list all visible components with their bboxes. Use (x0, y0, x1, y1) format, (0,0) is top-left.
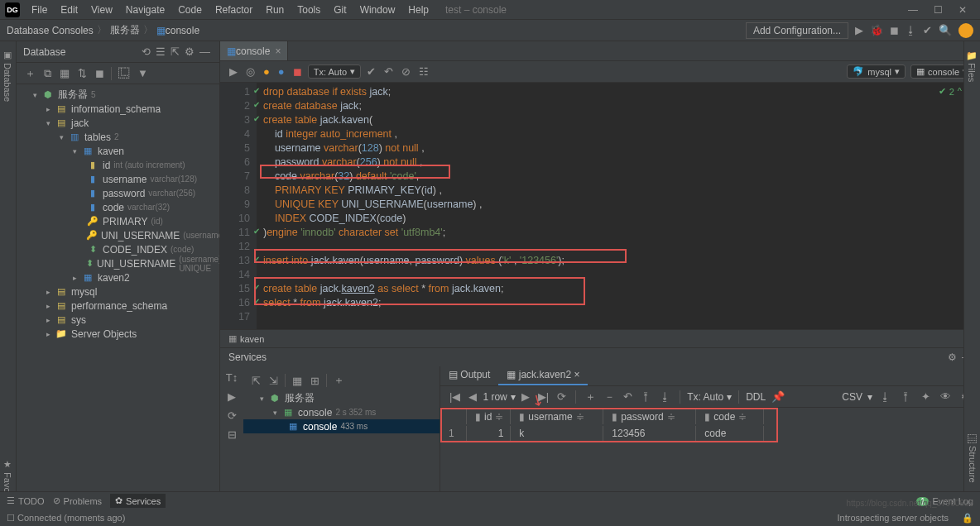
prev-icon[interactable]: ◀ (468, 390, 477, 403)
import-icon[interactable]: ⭱ (901, 390, 911, 403)
menu-navigate[interactable]: Navigate (119, 4, 171, 16)
rollback-icon[interactable]: ↶ (384, 65, 393, 78)
commit-icon[interactable]: ⭱ (641, 390, 651, 403)
run-icon[interactable]: ▶ (855, 24, 863, 36)
sync-icon[interactable]: ⇅ (78, 67, 87, 79)
menu-window[interactable]: Window (353, 4, 402, 16)
csv-select[interactable]: CSV (842, 391, 862, 403)
add-configuration-button[interactable]: Add Configuration... (746, 22, 848, 39)
files-tool-tab[interactable]: 📁 Files (967, 50, 978, 82)
code-line[interactable]: drop database if exists jack; (263, 86, 973, 100)
execute-plan-icon[interactable]: ● (263, 65, 270, 78)
svc-console-sub[interactable]: console (303, 421, 337, 433)
filter-list-icon[interactable]: ☰ (156, 45, 166, 58)
open-console-icon[interactable]: ▦ (60, 67, 70, 79)
tx-icon[interactable]: T↕ (226, 371, 238, 384)
add-row-icon[interactable]: ＋ (585, 390, 596, 404)
execute-icon[interactable]: ▶ (229, 65, 238, 78)
search-icon[interactable]: 🔍 (939, 24, 952, 36)
menu-run[interactable]: Run (259, 4, 291, 16)
tree-column[interactable]: code (103, 202, 124, 213)
tree-server[interactable]: 服务器 (58, 88, 88, 102)
tree-server-objects[interactable]: Server Objects (71, 328, 137, 340)
svc-console[interactable]: console (298, 407, 332, 418)
maximize-icon[interactable]: ☐ (925, 4, 950, 16)
first-icon[interactable]: |◀ (449, 390, 460, 403)
tree-table-kaven2[interactable]: kaven2 (98, 272, 130, 284)
commit-icon[interactable]: ✔ (367, 65, 376, 78)
tree-tables[interactable]: tables (84, 132, 111, 143)
diagram-icon[interactable]: ⿺ (118, 67, 129, 79)
revert-icon[interactable]: ↶ (623, 390, 632, 403)
code-line[interactable]: INDEX CODE_INDEX(code) (263, 213, 973, 227)
svc-server[interactable]: 服务器 (285, 391, 315, 405)
code-line[interactable] (263, 311, 973, 325)
execute-cursor-icon[interactable]: ● (278, 65, 285, 78)
refresh-icon[interactable]: ⟲ (142, 45, 151, 58)
tree-schema[interactable]: mysql (71, 286, 97, 298)
reload-icon[interactable]: ⟳ (557, 390, 566, 403)
code-line[interactable] (263, 241, 973, 255)
delete-row-icon[interactable]: － (604, 390, 615, 404)
code-line[interactable]: create database jack; (263, 100, 973, 114)
execute-explain-icon[interactable]: ◎ (246, 65, 255, 78)
avatar-icon[interactable] (958, 23, 973, 38)
code-line[interactable] (263, 269, 973, 283)
datasource-select[interactable]: 🐬 mysql ▾ (847, 65, 906, 79)
code-line[interactable]: insert into jack.kaven(username, passwor… (263, 255, 973, 269)
tx-mode-select[interactable]: Tx: Auto ▾ (308, 65, 361, 79)
code-line[interactable]: select * from jack.kaven2; (263, 297, 973, 311)
tree-schema[interactable]: information_schema (71, 103, 161, 115)
breadcrumb-item[interactable]: 服务器 (110, 23, 140, 37)
next-icon[interactable]: ▶ (521, 390, 530, 403)
database-tool-tab[interactable]: ▣ Database (2, 50, 13, 102)
database-tree[interactable]: ▾⬢服务器5 ▸▤information_schema ▾▤jack ▾▥tab… (17, 84, 219, 509)
result-table[interactable]: ▮id≑ ▮username≑ ▮password≑ ▮code≑ 1 1 k … (440, 408, 766, 442)
collapse-icon[interactable]: ⇲ (269, 375, 278, 387)
settings-icon[interactable]: ☷ (419, 65, 429, 78)
code-line[interactable]: id integer auto_increment , (263, 128, 973, 142)
tab-output[interactable]: ▤ Output (440, 366, 498, 385)
layout-icon[interactable]: ▦ (292, 375, 302, 387)
breadcrumb-item[interactable]: Database Consoles (7, 25, 94, 36)
editor-breadcrumb[interactable]: ▦kaven (220, 329, 980, 347)
jump-to-icon[interactable]: ⇱ (171, 45, 180, 58)
export-icon[interactable]: ⭳ (880, 390, 891, 403)
stop-icon[interactable]: ◼ (95, 67, 104, 79)
tab-close-icon[interactable]: × (275, 45, 281, 57)
tree-schema[interactable]: performance_schema (71, 300, 167, 312)
menu-view[interactable]: View (84, 4, 119, 16)
add-icon[interactable]: ＋ (334, 373, 344, 388)
menu-file[interactable]: File (25, 4, 54, 16)
restart-icon[interactable]: ⟳ (228, 409, 237, 422)
tree-key[interactable]: PRIMARY (103, 216, 147, 227)
git-commit-icon[interactable]: ✔ (923, 24, 932, 36)
code-line[interactable]: PRIMARY KEY PRIMARY_KEY(id) , (263, 184, 973, 198)
tree-index[interactable]: CODE_INDEX (103, 244, 167, 256)
tree-column[interactable]: username (103, 174, 147, 185)
tree-column[interactable]: id (103, 160, 110, 171)
git-update-icon[interactable]: ⭳ (906, 24, 916, 36)
code-line[interactable]: username varchar(128) not null , (263, 142, 973, 156)
gear-icon[interactable]: ⚙ (948, 351, 957, 363)
filter-icon[interactable]: ▼ (137, 67, 148, 79)
tree-schema[interactable]: sys (71, 314, 86, 326)
code-line[interactable]: create table jack.kaven2 as select * fro… (263, 283, 973, 297)
compare-icon[interactable]: ✦ (921, 390, 930, 403)
problems-tab[interactable]: ⊘ Problems (53, 495, 102, 506)
stop-icon[interactable]: ◼ (293, 65, 302, 78)
minimize-icon[interactable]: — (901, 4, 925, 16)
hide-icon[interactable]: — (199, 45, 210, 58)
menu-code[interactable]: Code (171, 4, 209, 16)
gear-icon[interactable]: ⚙ (185, 45, 195, 58)
pin-icon[interactable]: 📌 (771, 390, 785, 403)
tab-jack-kaven2[interactable]: ▦ jack.kaven2 × (498, 366, 588, 385)
duplicate-icon[interactable]: ⧉ (44, 67, 51, 80)
sql-editor[interactable]: 1✔2✔3✔4567891011✔1213✔1415✔16✔17 ✔ 2 ^ ⌄… (220, 83, 980, 329)
services-tab[interactable]: ✿ Services (110, 494, 166, 508)
run-icon[interactable]: ▶ (228, 390, 236, 403)
pin-icon[interactable]: ⊞ (310, 375, 319, 387)
expand-icon[interactable]: ⇱ (252, 375, 261, 387)
code-line[interactable]: code varchar(32) default 'code', (263, 170, 973, 184)
tree-schema-jack[interactable]: jack (71, 117, 89, 129)
